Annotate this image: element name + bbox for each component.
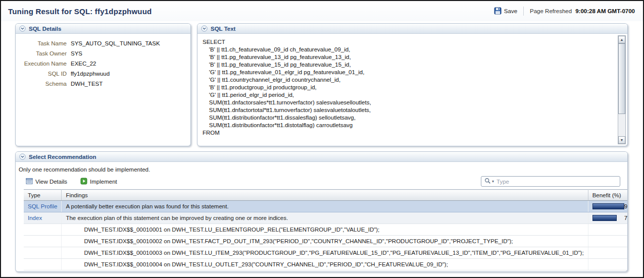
scrollbar-track[interactable] xyxy=(618,43,625,136)
detail-field-row: SQL IDffy1dpzphwuud xyxy=(19,69,185,79)
collapse-chevron-icon[interactable] xyxy=(19,153,26,160)
benefit-value: 70.88 xyxy=(624,215,628,221)
benefit-bar xyxy=(592,203,624,209)
page-refreshed-label: Page Refreshed xyxy=(530,8,572,14)
header-actions: Save Page Refreshed 9:00:28 AM GMT-0700 xyxy=(494,7,635,16)
benefit-value: 93.14 xyxy=(624,203,628,209)
implement-play-icon xyxy=(80,178,87,186)
table-row[interactable]: DWH_TEST.IDX$$_00010004 on DWH_TEST.LU_O… xyxy=(24,259,628,270)
benefit-cell-wrap: 93.14 xyxy=(588,201,628,212)
column-header-type: Type xyxy=(24,190,62,201)
column-header-findings: Findings xyxy=(62,190,588,201)
benefit-cell-wrap xyxy=(588,247,628,259)
save-disk-icon xyxy=(494,7,502,16)
detail-field-value: EXEC_22 xyxy=(71,59,96,69)
detail-field-value: SYS_AUTO_SQL_TUNING_TASK xyxy=(71,38,160,48)
save-button[interactable]: Save xyxy=(494,7,517,16)
recommendation-note: Only one recommendation should be implem… xyxy=(16,162,627,175)
select-recommendation-header: Select Recommendation xyxy=(16,152,627,162)
scroll-down-button[interactable]: ▼ xyxy=(618,136,625,144)
header-divider xyxy=(523,7,524,16)
findings-cell: A potentially better execution plan was … xyxy=(62,201,588,212)
search-caret-icon[interactable]: ▾ xyxy=(492,179,494,184)
save-button-label: Save xyxy=(504,8,517,14)
detail-field-row: Execution NameEXEC_22 xyxy=(19,59,185,69)
table-row[interactable]: DWH_TEST.IDX$$_00010003 on DWH_TEST.LU_I… xyxy=(24,247,628,259)
detail-field-label: SQL ID xyxy=(19,69,67,79)
recommendation-table: Type Findings Benefit (%) SQL ProfileA p… xyxy=(24,189,628,270)
type-cell xyxy=(24,224,62,236)
findings-cell: DWH_TEST.IDX$$_00010002 on DWH_TEST.FACT… xyxy=(62,236,588,247)
page-refreshed-time: 9:00:28 AM GMT-0700 xyxy=(575,8,635,14)
sql-text-content: SELECT 'B' || tt1.ch_featurevalue_09_id … xyxy=(197,34,627,146)
select-recommendation-panel: Select Recommendation Only one recommend… xyxy=(15,151,628,272)
sql-details-fields: Task NameSYS_AUTO_SQL_TUNING_TASKTask Ow… xyxy=(16,34,190,89)
table-row[interactable]: DWH_TEST.IDX$$_00010002 on DWH_TEST.FACT… xyxy=(24,236,628,247)
table-row[interactable]: SQL ProfileA potentially better executio… xyxy=(24,201,628,212)
detail-field-value: DWH_TEST xyxy=(71,79,103,89)
select-recommendation-title: Select Recommendation xyxy=(29,154,96,160)
sql-text-body: SELECT 'B' || tt1.ch_featurevalue_09_id … xyxy=(197,34,627,146)
view-details-button[interactable]: View Details xyxy=(26,178,67,186)
detail-field-label: Task Owner xyxy=(19,48,67,59)
table-header-row: Type Findings Benefit (%) xyxy=(24,190,628,201)
implement-button[interactable]: Implement xyxy=(80,178,117,186)
collapse-chevron-icon[interactable] xyxy=(201,25,208,32)
tuning-result-page: Tuning Result for SQL: ffy1dpzphwuud Sav… xyxy=(0,0,644,278)
findings-cell: DWH_TEST.IDX$$_00010004 on DWH_TEST.LU_O… xyxy=(62,259,588,270)
view-details-table-icon xyxy=(26,178,33,186)
top-panels-row: SQL Details Task NameSYS_AUTO_SQL_TUNING… xyxy=(15,23,628,146)
benefit-cell-wrap xyxy=(588,224,628,236)
findings-cell: The execution plan of this statement can… xyxy=(62,212,588,224)
detail-field-row: Task OwnerSYS xyxy=(19,48,185,59)
scroll-up-button[interactable]: ▲ xyxy=(618,36,625,43)
detail-field-label: Execution Name xyxy=(19,59,67,69)
benefit-indicator: 70.88 xyxy=(592,215,628,221)
recommendation-type-link[interactable]: Index xyxy=(28,215,42,221)
findings-cell: DWH_TEST.IDX$$_00010003 on DWH_TEST.LU_I… xyxy=(62,247,588,259)
detail-field-row: SchemaDWH_TEST xyxy=(19,79,185,89)
sql-text-panel: SQL Text SELECT 'B' || tt1.ch_featureval… xyxy=(197,23,628,146)
benefit-cell-wrap xyxy=(588,236,628,247)
sql-details-title: SQL Details xyxy=(29,26,61,32)
sql-text-title: SQL Text xyxy=(211,26,235,32)
magnifier-icon xyxy=(484,178,491,185)
page-refreshed: Page Refreshed 9:00:28 AM GMT-0700 xyxy=(530,8,635,14)
type-cell xyxy=(24,236,62,247)
sql-details-panel: SQL Details Task NameSYS_AUTO_SQL_TUNING… xyxy=(15,23,191,146)
sql-text-scrollbar[interactable]: ▲ ▼ xyxy=(618,35,626,144)
detail-field-value: SYS xyxy=(71,48,82,59)
recommendation-table-body: SQL ProfileA potentially better executio… xyxy=(24,201,628,270)
sql-text-header: SQL Text xyxy=(197,24,627,34)
findings-cell: DWH_TEST.IDX$$_00010001 on DWH_TEST.LU_E… xyxy=(62,224,588,236)
page-header: Tuning Result for SQL: ffy1dpzphwuud Sav… xyxy=(1,1,643,21)
table-row[interactable]: DWH_TEST.IDX$$_00010001 on DWH_TEST.LU_E… xyxy=(24,224,628,236)
benefit-bar xyxy=(592,215,617,221)
filter-search-input[interactable] xyxy=(497,179,617,185)
detail-field-label: Task Name xyxy=(19,38,67,48)
detail-field-label: Schema xyxy=(19,79,67,89)
scrollbar-thumb[interactable] xyxy=(618,43,625,114)
detail-field-row: Task NameSYS_AUTO_SQL_TUNING_TASK xyxy=(19,38,185,48)
type-cell xyxy=(24,259,62,270)
implement-label: Implement xyxy=(90,179,117,185)
page-title: Tuning Result for SQL: ffy1dpzphwuud xyxy=(8,7,152,16)
recommendation-type-link[interactable]: SQL Profile xyxy=(28,203,57,209)
filter-search-box[interactable]: ▾ xyxy=(481,176,620,187)
table-row[interactable]: IndexThe execution plan of this statemen… xyxy=(24,212,628,224)
recommendation-toolbar: View Details Implement ▾ xyxy=(16,175,627,189)
benefit-cell-wrap xyxy=(588,259,628,270)
type-cell: Index xyxy=(24,212,62,224)
benefit-indicator: 93.14 xyxy=(592,203,628,209)
collapse-chevron-icon[interactable] xyxy=(19,25,26,32)
column-header-benefit: Benefit (%) xyxy=(588,190,628,201)
benefit-cell-wrap: 70.88 xyxy=(588,212,628,224)
detail-field-value: ffy1dpzphwuud xyxy=(71,69,110,79)
sql-details-header: SQL Details xyxy=(16,24,190,34)
type-cell: SQL Profile xyxy=(24,201,62,212)
view-details-label: View Details xyxy=(35,179,67,185)
type-cell xyxy=(24,247,62,259)
